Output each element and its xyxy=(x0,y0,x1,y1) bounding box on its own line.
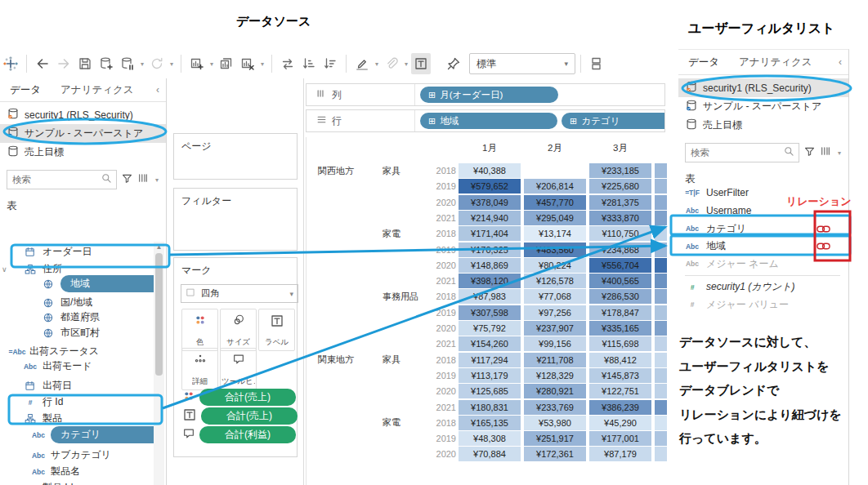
filters-card[interactable]: フィルター xyxy=(173,188,298,251)
shelf-pill[interactable]: ⊞月(オーダー日) xyxy=(420,87,558,103)
field-item-製品 Id[interactable]: Abc製品 Id xyxy=(0,479,154,485)
value-cell[interactable]: ¥172,361 xyxy=(524,447,586,461)
redo-icon[interactable] xyxy=(54,53,74,74)
filter-icon[interactable] xyxy=(121,172,133,188)
value-cell[interactable]: ¥295,049 xyxy=(524,211,586,225)
value-cell[interactable]: ¥177,001 xyxy=(589,431,651,446)
shelf-pill[interactable]: ⊞カテゴリ xyxy=(562,113,664,129)
field-item-security1 (カウント)[interactable]: #security1 (カウント) xyxy=(678,278,848,296)
value-cell[interactable]: ¥398,120 xyxy=(459,274,521,288)
refresh-icon[interactable] xyxy=(147,53,167,74)
marks-button-2-0[interactable]: 詳細 xyxy=(181,348,218,390)
value-cell[interactable]: ¥178,847 xyxy=(589,305,651,320)
value-cell-partial[interactable] xyxy=(655,400,667,415)
value-cell[interactable]: ¥48,308 xyxy=(459,431,521,446)
value-cell-partial[interactable] xyxy=(655,447,667,461)
value-cell[interactable]: ¥125,685 xyxy=(459,384,521,398)
datasource-item[interactable]: 売上目標 xyxy=(0,143,166,162)
value-cell[interactable]: ¥171,404 xyxy=(459,226,521,241)
show-cards-icon[interactable] xyxy=(587,53,606,74)
value-cell-partial[interactable] xyxy=(655,289,667,304)
value-cell[interactable]: ¥386,239 xyxy=(589,400,651,415)
swap-rows-columns-icon[interactable] xyxy=(278,53,298,74)
value-cell[interactable]: ¥117,294 xyxy=(459,353,521,367)
tab-data[interactable]: データ xyxy=(0,83,51,97)
measure-pill[interactable]: 合計(売上) xyxy=(201,407,298,425)
value-cell-partial[interactable] xyxy=(655,242,667,257)
value-cell[interactable]: ¥70,884 xyxy=(459,447,521,461)
search-box[interactable] xyxy=(685,143,799,162)
field-item-市区町村[interactable]: 市区町村 xyxy=(0,324,154,341)
new-worksheet-icon[interactable] xyxy=(187,53,207,74)
expand-icon[interactable]: ⊞ xyxy=(428,90,436,100)
dropdown-caret-icon[interactable]: ▾ xyxy=(258,60,266,68)
value-cell-partial[interactable] xyxy=(655,274,667,288)
value-cell[interactable]: ¥45,290 xyxy=(589,416,651,430)
value-cell[interactable]: ¥110,750 xyxy=(589,226,651,241)
field-item-サブカテゴリ[interactable]: Abcサブカテゴリ xyxy=(0,447,154,464)
field-item-地域[interactable]: 地域 xyxy=(0,275,154,292)
value-cell[interactable]: ¥225,680 xyxy=(589,179,651,194)
value-cell-partial[interactable] xyxy=(655,258,667,273)
value-cell[interactable]: ¥333,870 xyxy=(589,211,651,225)
chevron-down-icon[interactable]: ▾ xyxy=(153,176,161,184)
field-item-都道府県[interactable]: 都道府県 xyxy=(0,309,154,326)
value-cell-partial[interactable] xyxy=(655,226,667,241)
field-pill[interactable]: 地域 xyxy=(60,275,154,292)
value-cell-partial[interactable] xyxy=(655,368,667,383)
value-cell[interactable]: ¥87,179 xyxy=(589,447,651,461)
field-item-カテゴリ[interactable]: Abcカテゴリ xyxy=(0,426,154,443)
value-cell-partial[interactable] xyxy=(655,179,667,194)
value-cell-partial[interactable] xyxy=(655,321,667,336)
field-item-出荷モード[interactable]: Abc出荷モード xyxy=(0,358,154,375)
columns-shelf[interactable]: 列 ⊞月(オーダー日) xyxy=(306,83,665,106)
value-cell[interactable]: ¥251,917 xyxy=(524,431,586,446)
scrollbar[interactable]: ▲ xyxy=(154,242,164,485)
field-item-地域[interactable]: Abc地域 xyxy=(678,238,848,256)
value-cell[interactable]: ¥233,769 xyxy=(524,400,586,415)
dropdown-caret-icon[interactable]: ▾ xyxy=(208,60,216,68)
value-cell[interactable]: ¥556,704 xyxy=(589,258,651,273)
scrollbar-thumb[interactable] xyxy=(155,253,163,376)
duplicate-sheet-icon[interactable] xyxy=(217,53,236,74)
marks-button-1[interactable]: サイズ xyxy=(220,309,257,351)
value-cell[interactable]: ¥145,873 xyxy=(589,368,651,383)
value-cell[interactable]: ¥165,135 xyxy=(459,416,521,430)
value-cell[interactable]: ¥234,868 xyxy=(589,242,651,257)
tab-analytics[interactable]: アナリティクス xyxy=(729,56,822,69)
tab-data[interactable]: データ xyxy=(678,56,729,69)
value-cell-partial[interactable] xyxy=(655,211,667,225)
mark-type-dropdown[interactable]: 四角 ▾ xyxy=(181,284,298,303)
value-cell[interactable]: ¥280,921 xyxy=(524,384,586,398)
dropdown-caret-icon[interactable]: ▾ xyxy=(138,60,146,68)
value-cell-partial[interactable] xyxy=(655,336,667,351)
value-cell[interactable]: ¥80,224 xyxy=(524,258,586,273)
view-options-icon[interactable] xyxy=(820,145,831,160)
pin-icon[interactable] xyxy=(444,53,463,74)
scroll-up-icon[interactable]: ▲ xyxy=(154,242,164,252)
value-cell[interactable]: ¥214,940 xyxy=(459,211,521,225)
marks-button-0[interactable]: 色 xyxy=(181,309,218,351)
value-cell-partial[interactable] xyxy=(655,353,667,367)
value-cell[interactable]: ¥180,831 xyxy=(459,400,521,415)
search-input[interactable] xyxy=(689,147,783,158)
dropdown-caret-icon[interactable]: ▾ xyxy=(168,60,176,68)
datasource-item[interactable]: 売上目標 xyxy=(678,116,848,135)
value-cell[interactable]: ¥53,980 xyxy=(524,416,586,430)
link-icon[interactable] xyxy=(817,222,830,236)
measure-pill[interactable]: 合計(売上) xyxy=(199,389,296,406)
value-cell[interactable]: ¥75,792 xyxy=(459,321,521,336)
value-cell[interactable]: ¥148,869 xyxy=(459,258,521,273)
value-cell[interactable]: ¥206,814 xyxy=(524,179,586,194)
fix-axes-icon[interactable] xyxy=(382,53,401,74)
value-cell[interactable]: ¥97,256 xyxy=(524,305,586,320)
value-cell[interactable]: ¥113,179 xyxy=(459,368,521,383)
clear-sheet-icon[interactable] xyxy=(238,53,257,74)
link-icon[interactable] xyxy=(817,239,830,253)
value-cell[interactable]: ¥128,329 xyxy=(524,368,586,383)
value-cell[interactable]: ¥170,325 xyxy=(459,242,521,257)
field-item-製品[interactable]: 製品 xyxy=(0,410,154,427)
tab-analytics[interactable]: アナリティクス xyxy=(51,83,144,97)
sort-descending-icon[interactable] xyxy=(320,53,340,74)
value-cell[interactable]: ¥335,165 xyxy=(589,321,651,336)
